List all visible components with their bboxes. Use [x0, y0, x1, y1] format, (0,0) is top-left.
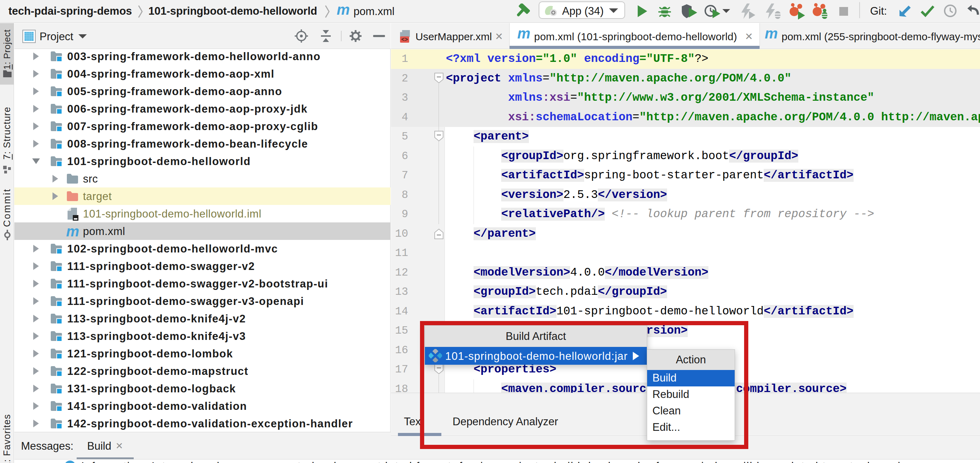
svg-text:<>: <>: [401, 37, 408, 43]
